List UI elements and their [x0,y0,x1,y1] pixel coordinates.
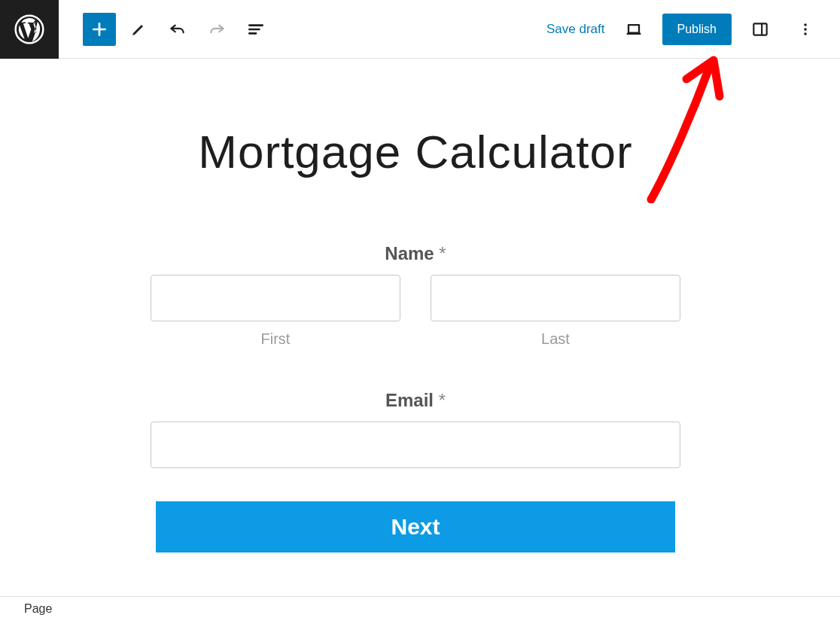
svg-point-3 [804,28,807,31]
wordpress-icon [14,14,44,44]
redo-icon [207,20,227,39]
pencil-icon [129,20,148,38]
undo-icon [168,20,187,39]
editor-toolbar: Save draft Publish [0,0,840,59]
svg-point-2 [804,23,807,26]
undo-button[interactable] [161,13,194,46]
email-field-label: Email * [151,390,680,411]
sidebar-icon [750,20,770,39]
svg-rect-1 [753,23,766,35]
left-toolbar [59,13,272,46]
save-draft-button[interactable]: Save draft [546,22,605,37]
preview-button[interactable] [617,13,650,46]
email-block: Email * [151,390,680,468]
right-toolbar: Save draft Publish [546,13,840,46]
kebab-icon [796,20,814,38]
first-sublabel: First [151,330,400,348]
status-bar: Page [0,596,840,621]
content-type-label: Page [24,602,52,616]
settings-sidebar-button[interactable] [744,13,777,46]
name-label-text: Name [385,243,434,263]
email-input[interactable] [151,422,680,468]
last-sublabel: Last [431,330,680,348]
edit-mode-button[interactable] [122,13,155,46]
editor-canvas[interactable]: Mortgage Calculator Name * First Last Em… [0,59,831,596]
first-name-col: First [151,275,400,348]
name-field-label: Name * [151,243,680,264]
form-block: Name * First Last Email * [129,243,702,553]
name-row: First Last [151,275,680,348]
publish-button[interactable]: Publish [662,14,732,45]
add-block-button[interactable] [83,13,116,46]
plus-icon [90,20,109,39]
document-overview-button[interactable] [239,13,272,46]
wordpress-logo[interactable] [0,0,59,59]
page-title[interactable]: Mortgage Calculator [129,125,702,178]
more-options-button[interactable] [789,13,822,46]
list-icon [246,20,266,39]
email-label-text: Email [385,390,434,410]
required-marker: * [439,243,446,263]
first-name-input[interactable] [151,275,400,321]
device-icon [623,19,644,40]
svg-point-4 [804,32,807,35]
redo-button[interactable] [200,13,233,46]
content-wrapper: Mortgage Calculator Name * First Last Em… [129,59,702,553]
required-marker: * [439,390,446,410]
last-name-col: Last [431,275,680,348]
next-button[interactable]: Next [156,501,675,553]
last-name-input[interactable] [431,275,680,321]
